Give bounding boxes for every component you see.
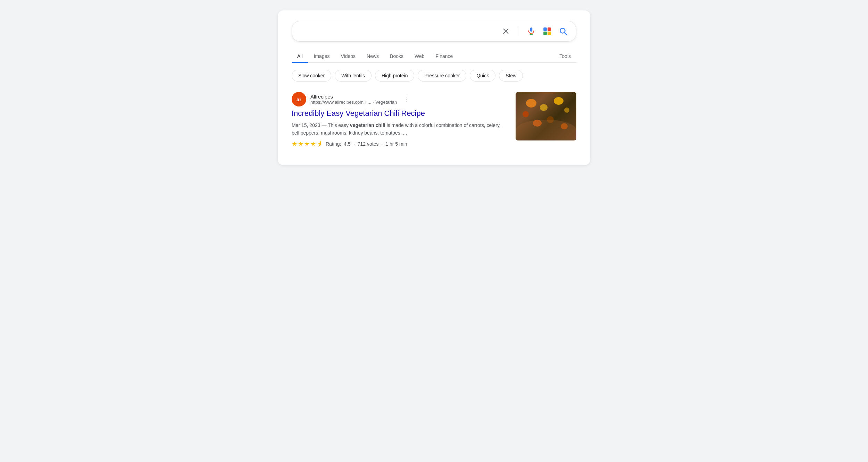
site-name-url: Allrecipes https://www.allrecipes.com › … (310, 94, 397, 105)
result-container: ar Allrecipes https://www.allrecipes.com… (292, 92, 576, 148)
clear-button[interactable] (501, 26, 511, 36)
site-favicon: ar (292, 92, 306, 106)
result-title[interactable]: Incredibly Easy Vegetarian Chili Recipe (292, 109, 509, 119)
more-options-button[interactable]: ⋮ (404, 95, 410, 103)
chip-high-protein[interactable]: High protein (375, 70, 415, 82)
svg-line-8 (565, 33, 567, 35)
page-wrapper: site:allrecipes.com "vegetarian chili" (278, 10, 590, 165)
svg-rect-6 (548, 32, 551, 35)
star-2: ★ (298, 140, 303, 148)
chip-slow-cooker[interactable]: Slow cooker (292, 70, 331, 82)
result-source-row: ar Allrecipes https://www.allrecipes.com… (292, 92, 509, 106)
tab-videos[interactable]: Videos (335, 50, 361, 62)
search-bar: site:allrecipes.com "vegetarian chili" (292, 21, 576, 42)
rating-label: Rating: (326, 141, 341, 147)
chips-container: Slow cooker With lentils High protein Pr… (292, 70, 576, 82)
tab-tools[interactable]: Tools (554, 50, 576, 62)
stars: ★ ★ ★ ★ ⯨ (292, 140, 323, 148)
lens-button[interactable] (541, 25, 553, 37)
snippet-bold: vegetarian chili (350, 122, 385, 128)
mic-button[interactable] (525, 25, 537, 37)
tab-news[interactable]: News (361, 50, 384, 62)
chip-pressure-cooker[interactable]: Pressure cooker (418, 70, 466, 82)
rating-value: 4.5 (344, 141, 350, 147)
svg-rect-5 (543, 32, 547, 35)
food-image (516, 92, 576, 140)
search-button[interactable] (557, 25, 569, 37)
star-1: ★ (292, 140, 297, 148)
svg-rect-4 (548, 27, 551, 31)
site-name: Allrecipes (310, 94, 397, 100)
svg-rect-3 (543, 27, 547, 31)
snippet-dash: — (322, 122, 328, 128)
star-4: ★ (310, 140, 316, 148)
site-abbr: ar (297, 96, 301, 102)
lens-icon (543, 27, 552, 36)
tab-books[interactable]: Books (384, 50, 409, 62)
divider (518, 26, 518, 36)
votes: 712 votes (358, 141, 379, 147)
snippet-date: Mar 15, 2023 (292, 122, 320, 128)
time-dot: · (381, 141, 383, 147)
result-content: ar Allrecipes https://www.allrecipes.com… (292, 92, 509, 148)
tab-images[interactable]: Images (308, 50, 335, 62)
svg-rect-2 (530, 27, 533, 32)
tabs-container: All Images Videos News Books Web Finance… (292, 50, 576, 63)
star-half: ⯨ (317, 140, 323, 148)
cook-time: 1 hr 5 min (385, 141, 407, 147)
snippet-before: This easy (328, 122, 350, 128)
result-thumbnail (516, 92, 576, 140)
tab-finance[interactable]: Finance (430, 50, 459, 62)
close-icon (502, 27, 510, 35)
rating-dot: · (353, 141, 355, 147)
search-icon (559, 27, 568, 36)
chip-stew[interactable]: Stew (499, 70, 523, 82)
mic-icon (527, 27, 536, 36)
search-input[interactable]: site:allrecipes.com "vegetarian chili" (299, 28, 496, 35)
tab-web[interactable]: Web (409, 50, 430, 62)
site-url: https://www.allrecipes.com › ... › Veget… (310, 100, 397, 105)
result-meta: ★ ★ ★ ★ ⯨ Rating: 4.5 · 712 votes · 1 hr… (292, 140, 509, 148)
result-snippet: Mar 15, 2023 — This easy vegetarian chil… (292, 121, 509, 137)
star-3: ★ (304, 140, 310, 148)
chip-with-lentils[interactable]: With lentils (335, 70, 372, 82)
tab-all[interactable]: All (292, 50, 308, 62)
chip-quick[interactable]: Quick (470, 70, 495, 82)
